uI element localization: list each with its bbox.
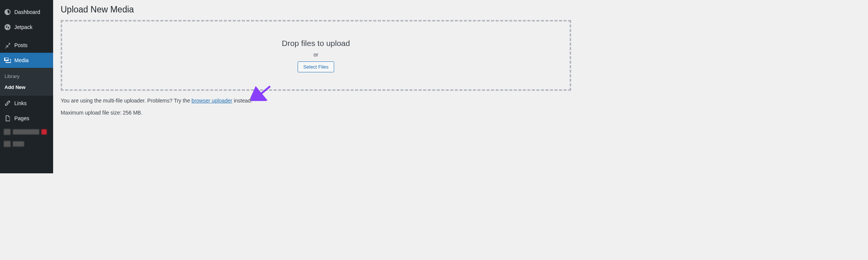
admin-sidebar: Dashboard Jetpack Posts Media Library Ad…: [0, 0, 53, 173]
dashboard-icon: [4, 8, 11, 16]
browser-uploader-link[interactable]: browser uploader: [191, 98, 232, 104]
media-icon: [4, 57, 11, 64]
link-icon: [4, 99, 11, 107]
sidebar-item-label: Media: [14, 57, 29, 63]
page-title: Upload New Media: [61, 5, 571, 15]
sidebar-item-redacted[interactable]: [0, 126, 53, 138]
info-after: instead.: [232, 98, 252, 104]
sidebar-item-redacted[interactable]: [0, 138, 53, 150]
svg-point-0: [5, 24, 11, 30]
select-files-button[interactable]: Select Files: [298, 61, 334, 72]
submenu-item-add-new[interactable]: Add New: [0, 82, 53, 93]
sidebar-item-jetpack[interactable]: Jetpack: [0, 20, 53, 35]
submenu-item-library[interactable]: Library: [0, 71, 53, 82]
sidebar-item-pages[interactable]: Pages: [0, 111, 53, 126]
sidebar-item-label: Dashboard: [14, 9, 40, 15]
sidebar-item-dashboard[interactable]: Dashboard: [0, 5, 53, 20]
max-upload-size-text: Maximum upload file size: 256 MB.: [61, 110, 571, 116]
sidebar-item-label: Links: [14, 100, 27, 106]
main-content: Upload New Media Drop files to upload or…: [53, 0, 579, 173]
sidebar-item-label: Pages: [14, 115, 29, 121]
uploader-info-text: You are using the multi-file uploader. P…: [61, 98, 571, 104]
media-submenu: Library Add New: [0, 68, 53, 96]
upload-dropzone[interactable]: Drop files to upload or Select Files: [61, 20, 571, 91]
pushpin-icon: [4, 41, 11, 49]
dropzone-heading: Drop files to upload: [282, 39, 350, 48]
sidebar-item-label: Posts: [14, 42, 28, 48]
sidebar-item-label: Jetpack: [14, 24, 32, 30]
sidebar-item-media[interactable]: Media: [0, 53, 53, 68]
sidebar-item-posts[interactable]: Posts: [0, 38, 53, 53]
dropzone-or: or: [313, 52, 318, 58]
info-before: You are using the multi-file uploader. P…: [61, 98, 191, 104]
pages-icon: [4, 115, 11, 122]
sidebar-item-links[interactable]: Links: [0, 96, 53, 111]
jetpack-icon: [4, 23, 11, 31]
